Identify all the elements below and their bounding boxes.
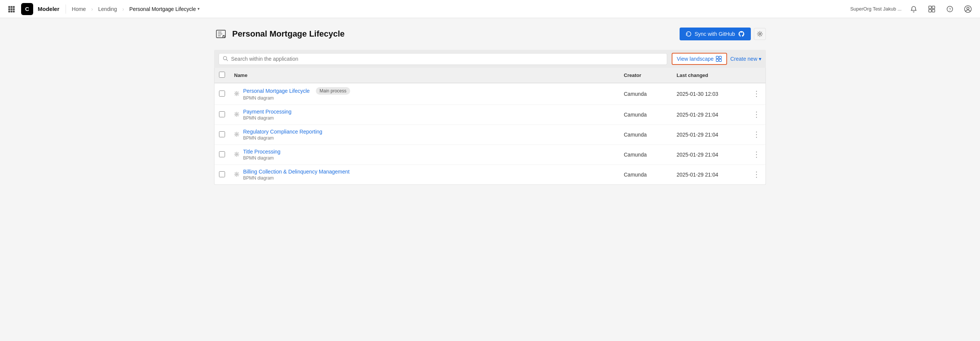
svg-point-30	[236, 174, 237, 175]
table-row: Title Processing BPMN diagram Camunda 20…	[215, 145, 765, 165]
row-name-info: Billing Collection & Delinquency Managem…	[243, 169, 350, 181]
row-context-menu-icon[interactable]: ⋮	[753, 150, 760, 158]
search-wrapper	[219, 53, 667, 65]
table-wrapper: Name Creator Last changed	[214, 68, 766, 185]
svg-rect-5	[13, 8, 15, 10]
search-input[interactable]	[231, 56, 663, 62]
svg-rect-25	[719, 59, 721, 62]
row-last-changed-cell: 2025-01-29 21:04	[672, 125, 748, 145]
main-process-badge: Main process	[316, 87, 350, 95]
svg-point-29	[236, 153, 237, 155]
svg-rect-2	[13, 6, 15, 8]
table-row: Billing Collection & Delinquency Managem…	[215, 165, 765, 185]
col-header-check	[215, 68, 229, 83]
page-header: Personal Mortgage Lifecycle Sync with Gi…	[214, 27, 766, 41]
search-icon	[223, 56, 228, 62]
create-new-chevron-icon: ▾	[759, 56, 761, 62]
row-name-info: Regulatory Compliance Reporting BPMN dia…	[243, 129, 322, 141]
row-subtype: BPMN diagram	[243, 155, 280, 161]
row-checkbox[interactable]	[219, 111, 225, 117]
user-avatar[interactable]	[962, 3, 974, 15]
row-menu-cell[interactable]: ⋮	[748, 83, 765, 105]
breadcrumb-home[interactable]: Home	[72, 6, 86, 12]
row-subtype: BPMN diagram	[243, 96, 350, 101]
dashboard-icon[interactable]	[926, 3, 938, 15]
page-title: Personal Mortgage Lifecycle	[232, 29, 345, 39]
row-checkbox-cell	[215, 145, 229, 165]
row-name-link[interactable]: Billing Collection & Delinquency Managem…	[243, 169, 350, 175]
svg-point-27	[236, 113, 237, 115]
page-title-icon	[214, 27, 228, 41]
svg-rect-3	[8, 8, 10, 10]
col-header-name: Name	[229, 68, 619, 83]
notifications-icon[interactable]	[908, 3, 920, 15]
top-navigation: C Modeler Home › Lending › Personal Mort…	[0, 0, 980, 18]
toolbar-actions: View landscape Create new ▾	[672, 53, 761, 65]
svg-rect-12	[932, 10, 935, 12]
col-header-creator: Creator	[619, 68, 672, 83]
row-context-menu-icon[interactable]: ⋮	[753, 170, 760, 178]
view-landscape-button[interactable]: View landscape	[672, 53, 727, 65]
svg-rect-22	[716, 56, 718, 59]
row-name-cell: Title Processing BPMN diagram	[229, 145, 619, 165]
row-name-info: Title Processing BPMN diagram	[243, 149, 280, 161]
row-creator-cell: Camunda	[619, 145, 672, 165]
row-checkbox-cell	[215, 83, 229, 105]
items-table: Name Creator Last changed	[215, 68, 765, 185]
row-context-menu-icon[interactable]: ⋮	[753, 110, 760, 118]
breadcrumb-lending[interactable]: Lending	[99, 6, 117, 12]
breadcrumb-sep-1: ›	[91, 6, 93, 12]
row-context-menu-icon[interactable]: ⋮	[753, 89, 760, 98]
svg-rect-24	[716, 59, 718, 62]
row-gear-icon[interactable]	[234, 172, 239, 178]
row-checkbox-cell	[215, 105, 229, 125]
row-name-info: Personal Mortgage Lifecycle Main process…	[243, 87, 350, 101]
row-name-link[interactable]: Personal Mortgage Lifecycle	[243, 88, 310, 94]
row-name-link[interactable]: Regulatory Compliance Reporting	[243, 129, 322, 135]
grid-menu-icon[interactable]	[6, 4, 17, 14]
row-menu-cell[interactable]: ⋮	[748, 145, 765, 165]
settings-button[interactable]	[754, 28, 766, 40]
svg-point-19	[759, 33, 761, 35]
row-subtype: BPMN diagram	[243, 175, 350, 181]
breadcrumb-sep-2: ›	[122, 6, 124, 12]
row-subtype: BPMN diagram	[243, 115, 291, 121]
svg-point-16	[967, 7, 969, 10]
row-checkbox-cell	[215, 165, 229, 185]
row-last-changed-cell: 2025-01-29 21:04	[672, 145, 748, 165]
breadcrumb-chevron-icon: ▾	[197, 6, 200, 11]
row-last-changed-cell: 2025-01-30 12:03	[672, 83, 748, 105]
row-name-cell: Billing Collection & Delinquency Managem…	[229, 165, 619, 185]
page-content: Personal Mortgage Lifecycle Sync with Gi…	[204, 18, 776, 194]
sync-github-button[interactable]: Sync with GitHub	[679, 27, 751, 40]
table-row: Regulatory Compliance Reporting BPMN dia…	[215, 125, 765, 145]
row-checkbox[interactable]	[219, 131, 225, 137]
row-gear-icon[interactable]	[234, 112, 239, 118]
row-context-menu-icon[interactable]: ⋮	[753, 130, 760, 139]
row-creator-cell: Camunda	[619, 125, 672, 145]
breadcrumb-current[interactable]: Personal Mortgage Lifecycle ▾	[129, 6, 200, 12]
row-gear-icon[interactable]	[234, 151, 239, 158]
row-gear-icon[interactable]	[234, 91, 239, 97]
row-checkbox-cell	[215, 125, 229, 145]
create-new-button[interactable]: Create new ▾	[730, 56, 761, 62]
toolbar: View landscape Create new ▾	[214, 50, 766, 68]
row-name-link[interactable]: Payment Processing	[243, 108, 291, 115]
svg-text:?: ?	[949, 7, 951, 11]
svg-point-26	[236, 93, 237, 94]
svg-rect-6	[8, 11, 10, 13]
org-label: SuperOrg Test Jakub ...	[850, 6, 902, 12]
select-all-checkbox[interactable]	[219, 72, 225, 78]
topnav-right-area: SuperOrg Test Jakub ... ?	[850, 3, 974, 15]
svg-rect-0	[8, 6, 10, 8]
row-checkbox[interactable]	[219, 171, 225, 177]
row-menu-cell[interactable]: ⋮	[748, 105, 765, 125]
row-menu-cell[interactable]: ⋮	[748, 165, 765, 185]
row-name-link[interactable]: Title Processing	[243, 149, 280, 155]
help-icon[interactable]: ?	[944, 3, 956, 15]
svg-rect-10	[932, 6, 935, 9]
row-checkbox[interactable]	[219, 91, 225, 97]
row-checkbox[interactable]	[219, 151, 225, 157]
row-menu-cell[interactable]: ⋮	[748, 125, 765, 145]
row-gear-icon[interactable]	[234, 132, 239, 138]
